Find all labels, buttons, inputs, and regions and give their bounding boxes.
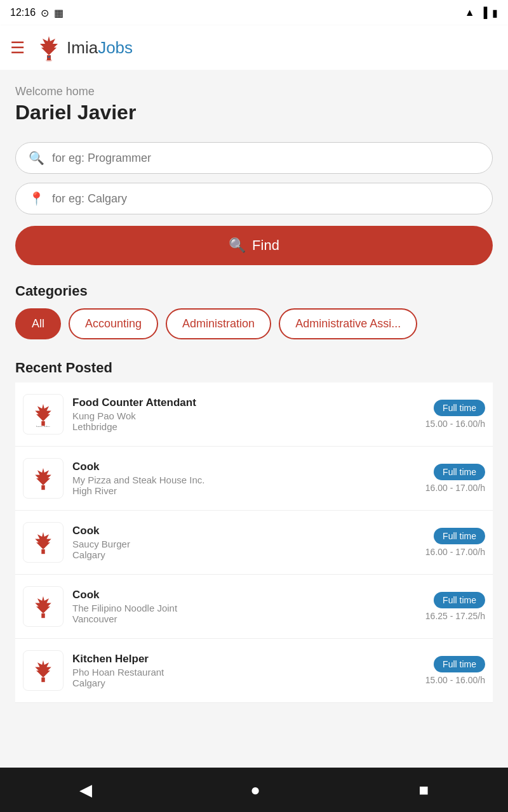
- bottom-nav: ◀ ● ■: [0, 768, 508, 812]
- job-meta-0: Full time 15.00 - 16.00/h: [425, 400, 485, 429]
- job-type-badge-1: Full time: [434, 464, 485, 480]
- logo: ImiaJobs: [35, 34, 133, 62]
- job-salary-2: 16.00 - 17.00/h: [425, 547, 485, 557]
- logo-text: ImiaJobs: [67, 38, 133, 58]
- job-title-1: Cook: [72, 461, 417, 473]
- job-item-4[interactable]: Kitchen Helper Pho Hoan Restaurant Calga…: [15, 639, 493, 703]
- svg-text:ImiaJobs: ImiaJobs: [36, 425, 50, 427]
- job-salary-0: 15.00 - 16.00/h: [425, 419, 485, 429]
- job-title-2: Cook: [72, 525, 417, 537]
- job-item-3[interactable]: Cook The Filipino Noodle Joint Vancouver…: [15, 575, 493, 639]
- back-button[interactable]: ◀: [79, 780, 92, 800]
- job-company-0: Kung Pao Wok: [72, 410, 417, 421]
- job-title-3: Cook: [72, 589, 417, 601]
- job-company-1: My Pizza and Steak House Inc.: [72, 475, 417, 485]
- job-logo-0: ImiaJobs: [23, 394, 64, 435]
- job-item-1[interactable]: Cook My Pizza and Steak House Inc. High …: [15, 447, 493, 511]
- job-company-2: Saucy Burger: [72, 539, 417, 549]
- search-container: 🔍 📍: [15, 142, 493, 214]
- job-meta-4: Full time 15.00 - 16.00/h: [425, 656, 485, 685]
- category-chip-admin-assi[interactable]: Administrative Assi...: [279, 308, 417, 339]
- job-salary-4: 15.00 - 16.00/h: [425, 675, 485, 685]
- job-search-input[interactable]: [52, 152, 479, 165]
- svg-rect-1: [47, 55, 51, 60]
- job-item-0[interactable]: ImiaJobs Food Counter Attendant Kung Pao…: [15, 383, 493, 447]
- job-logo-3: [23, 586, 64, 627]
- svg-rect-5: [41, 549, 44, 554]
- svg-rect-6: [41, 613, 44, 618]
- job-logo-2: [23, 522, 64, 563]
- logo-maple-icon: [35, 34, 63, 62]
- job-info-2: Cook Saucy Burger Calgary: [72, 525, 417, 560]
- job-info-4: Kitchen Helper Pho Hoan Restaurant Calga…: [72, 653, 417, 688]
- status-icon-dot: ⊙: [41, 7, 49, 19]
- job-list: ImiaJobs Food Counter Attendant Kung Pao…: [15, 383, 493, 703]
- status-bar: 12:16 ⊙ ▦ ▲ ▐ ▮: [0, 0, 508, 25]
- svg-rect-7: [41, 678, 44, 682]
- job-info-3: Cook The Filipino Noodle Joint Vancouver: [72, 589, 417, 624]
- job-salary-1: 16.00 - 17.00/h: [425, 483, 485, 493]
- job-type-badge-0: Full time: [434, 400, 485, 416]
- job-search-wrapper: 🔍: [15, 142, 493, 174]
- categories-title: Categories: [15, 283, 493, 299]
- status-icon-sim: ▦: [54, 7, 64, 19]
- find-button-label: Find: [252, 237, 279, 254]
- category-chip-all[interactable]: All: [15, 308, 61, 339]
- job-meta-2: Full time 16.00 - 17.00/h: [425, 528, 485, 557]
- job-location-2: Calgary: [72, 549, 417, 560]
- job-logo-4: [23, 650, 64, 691]
- job-company-4: Pho Hoan Restaurant: [72, 667, 417, 678]
- location-search-wrapper: 📍: [15, 183, 493, 214]
- recents-button[interactable]: ■: [419, 780, 429, 800]
- job-info-1: Cook My Pizza and Steak House Inc. High …: [72, 461, 417, 496]
- job-company-3: The Filipino Noodle Joint: [72, 603, 417, 613]
- job-title-0: Food Counter Attendant: [72, 396, 417, 409]
- job-location-0: Lethbridge: [72, 421, 417, 432]
- job-info-0: Food Counter Attendant Kung Pao Wok Leth…: [72, 396, 417, 432]
- location-icon: 📍: [29, 191, 44, 206]
- job-salary-3: 16.25 - 17.25/h: [425, 611, 485, 621]
- user-name: Dariel Javier: [15, 101, 493, 124]
- recent-posted-title: Recent Posted: [15, 360, 493, 376]
- main-content: Welcome home Dariel Javier 🔍 📍 🔍 Find Ca…: [0, 70, 508, 768]
- job-meta-3: Full time 16.25 - 17.25/h: [425, 592, 485, 621]
- welcome-text: Welcome home: [15, 85, 493, 98]
- find-button[interactable]: 🔍 Find: [15, 226, 493, 265]
- location-search-input[interactable]: [52, 192, 479, 206]
- job-title-4: Kitchen Helper: [72, 653, 417, 665]
- job-location-1: High River: [72, 485, 417, 496]
- job-location-4: Calgary: [72, 678, 417, 688]
- home-button[interactable]: ●: [250, 780, 260, 800]
- job-type-badge-2: Full time: [434, 528, 485, 544]
- job-location-3: Vancouver: [72, 613, 417, 624]
- wifi-icon: ▲: [465, 7, 475, 18]
- signal-icon: ▐: [480, 7, 487, 18]
- battery-icon: ▮: [492, 7, 498, 19]
- menu-icon[interactable]: ☰: [10, 38, 25, 58]
- status-time: 12:16: [10, 7, 36, 18]
- find-search-icon: 🔍: [229, 237, 246, 254]
- job-type-badge-3: Full time: [434, 592, 485, 608]
- category-chip-accounting[interactable]: Accounting: [69, 308, 158, 339]
- job-logo-1: [23, 458, 64, 499]
- search-job-icon: 🔍: [29, 150, 44, 166]
- category-chip-administration[interactable]: Administration: [166, 308, 271, 339]
- top-nav: ☰ ImiaJobs: [0, 25, 508, 70]
- job-meta-1: Full time 16.00 - 17.00/h: [425, 464, 485, 493]
- svg-rect-4: [41, 485, 44, 490]
- categories-row: All Accounting Administration Administra…: [15, 308, 493, 342]
- job-type-badge-4: Full time: [434, 656, 485, 672]
- job-item-2[interactable]: Cook Saucy Burger Calgary Full time 16.0…: [15, 511, 493, 575]
